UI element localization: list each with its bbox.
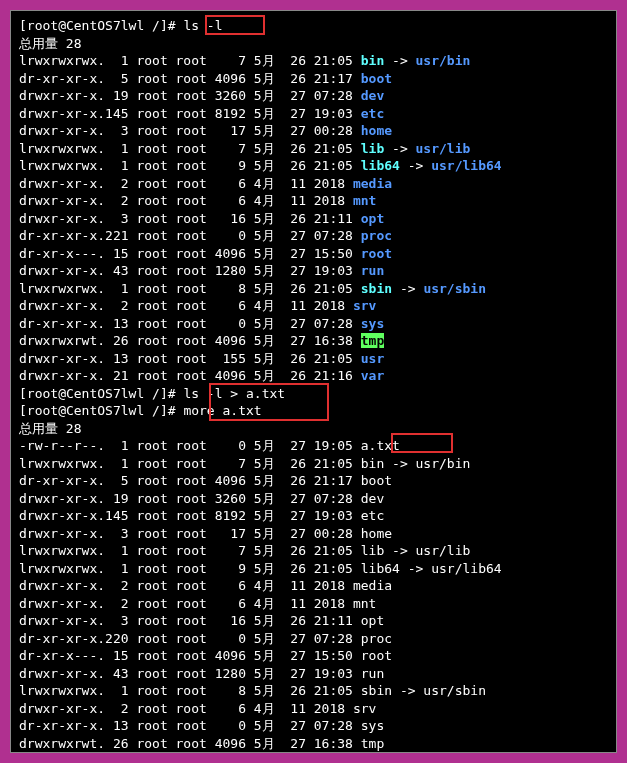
date-time: 5月 27 07:28 (246, 491, 361, 506)
owner-group: root root (129, 298, 207, 313)
owner-group: root root (129, 53, 207, 68)
link-target: usr/sbin (423, 281, 486, 296)
link-count: 3 (105, 123, 128, 138)
link-count: 19 (105, 88, 128, 103)
permissions: drwxr-xr-x. (19, 88, 105, 103)
permissions: lrwxrwxrwx. (19, 281, 105, 296)
permissions: lrwxrwxrwx. (19, 456, 105, 471)
highlight-box-3 (391, 433, 453, 453)
listing-row: drwxr-xr-x. 2 root root 6 4月 11 2018 mnt (19, 192, 608, 210)
file-name: tmp (361, 736, 384, 751)
file-size: 17 (207, 526, 246, 541)
file-name: home (361, 526, 392, 541)
permissions: drwxr-xr-x. (19, 106, 105, 121)
date-time: 5月 27 16:38 (246, 736, 361, 751)
link-name: lib (361, 141, 384, 156)
file-size: 8 (207, 281, 246, 296)
file-size: 4096 (207, 473, 246, 488)
link-name: sbin (361, 281, 392, 296)
listing-row: drwxrwxrwt. 26 root root 4096 5月 27 16:3… (19, 735, 608, 753)
file-name: lib64 -> usr/lib64 (361, 561, 502, 576)
link-count: 19 (105, 491, 128, 506)
dir-name: root (361, 246, 392, 261)
date-time: 5月 27 07:28 (246, 631, 361, 646)
sticky-dir-name: tmp (361, 333, 384, 348)
file-size: 3260 (207, 491, 246, 506)
owner-group: root root (129, 106, 207, 121)
date-time: 5月 26 21:05 (246, 456, 361, 471)
owner-group: root root (129, 561, 207, 576)
dir-name: media (353, 176, 392, 191)
prompt-user: [root@CentOS7lwl /]# (19, 386, 183, 401)
date-time: 5月 27 19:03 (246, 106, 361, 121)
permissions: -rw-r--r--. (19, 438, 105, 453)
owner-group: root root (129, 438, 207, 453)
total-line-1: 总用量 28 (19, 35, 608, 53)
owner-group: root root (129, 158, 207, 173)
file-name: proc (361, 631, 392, 646)
permissions: drwxr-xr-x. (19, 263, 105, 278)
terminal-window[interactable]: [root@CentOS7lwl /]# ls -l 总用量 28 lrwxrw… (10, 10, 617, 753)
file-size: 6 (207, 176, 246, 191)
owner-group: root root (129, 508, 207, 523)
listing-row: drwxr-xr-x. 2 root root 6 4月 11 2018 mnt (19, 595, 608, 613)
link-count: 3 (105, 526, 128, 541)
permissions: lrwxrwxrwx. (19, 683, 105, 698)
link-count: 2 (105, 596, 128, 611)
link-count: 145 (105, 508, 128, 523)
link-count: 1 (105, 438, 128, 453)
date-time: 4月 11 2018 (246, 701, 353, 716)
file-size: 6 (207, 701, 246, 716)
listing-row: drwxr-xr-x. 2 root root 6 4月 11 2018 med… (19, 577, 608, 595)
listing-row: drwxr-xr-x. 13 root root 155 5月 26 21:05… (19, 752, 608, 753)
permissions: drwxr-xr-x. (19, 578, 105, 593)
link-count: 26 (105, 736, 128, 751)
permissions: dr-xr-xr-x. (19, 316, 105, 331)
dir-name: home (361, 123, 392, 138)
listing-row: drwxr-xr-x.145 root root 8192 5月 27 19:0… (19, 507, 608, 525)
listing-row: drwxr-xr-x. 43 root root 1280 5月 27 19:0… (19, 665, 608, 683)
permissions: drwxrwxrwt. (19, 736, 105, 751)
file-name: run (361, 666, 384, 681)
date-time: 5月 27 19:03 (246, 508, 361, 523)
file-size: 9 (207, 158, 246, 173)
file-size: 7 (207, 456, 246, 471)
link-count: 221 (105, 228, 128, 243)
dir-name: usr (361, 351, 384, 366)
link-count: 5 (105, 473, 128, 488)
listing-row: lrwxrwxrwx. 1 root root 9 5月 26 21:05 li… (19, 157, 608, 175)
file-size: 16 (207, 211, 246, 226)
date-time: 4月 11 2018 (246, 298, 353, 313)
ls-listing-1: lrwxrwxrwx. 1 root root 7 5月 26 21:05 bi… (19, 52, 608, 385)
link-count: 21 (105, 368, 128, 383)
file-size: 0 (207, 438, 246, 453)
link-count: 1 (105, 561, 128, 576)
link-count: 2 (105, 298, 128, 313)
file-name: lib -> usr/lib (361, 543, 471, 558)
date-time: 5月 27 15:50 (246, 246, 361, 261)
listing-row: dr-xr-x---. 15 root root 4096 5月 27 15:5… (19, 245, 608, 263)
date-time: 4月 11 2018 (246, 193, 353, 208)
file-size: 8 (207, 683, 246, 698)
owner-group: root root (129, 491, 207, 506)
permissions: drwxr-xr-x. (19, 351, 105, 366)
listing-row: dr-xr-xr-x. 5 root root 4096 5月 26 21:17… (19, 70, 608, 88)
permissions: dr-xr-xr-x. (19, 631, 105, 646)
terminal-output: [root@CentOS7lwl /]# ls -l 总用量 28 lrwxrw… (19, 17, 608, 753)
link-count: 145 (105, 106, 128, 121)
link-count: 1 (105, 141, 128, 156)
link-target: usr/lib64 (431, 158, 501, 173)
owner-group: root root (129, 543, 207, 558)
permissions: drwxr-xr-x. (19, 666, 105, 681)
permissions: drwxr-xr-x. (19, 491, 105, 506)
owner-group: root root (129, 718, 207, 733)
listing-row: dr-xr-xr-x.220 root root 0 5月 27 07:28 p… (19, 630, 608, 648)
dir-name: mnt (353, 193, 376, 208)
permissions: drwxr-xr-x. (19, 176, 105, 191)
listing-row: dr-xr-x---. 15 root root 4096 5月 27 15:5… (19, 647, 608, 665)
owner-group: root root (129, 473, 207, 488)
dir-name: proc (361, 228, 392, 243)
link-count: 43 (105, 666, 128, 681)
file-size: 1280 (207, 666, 246, 681)
listing-row: drwxr-xr-x. 19 root root 3260 5月 27 07:2… (19, 490, 608, 508)
